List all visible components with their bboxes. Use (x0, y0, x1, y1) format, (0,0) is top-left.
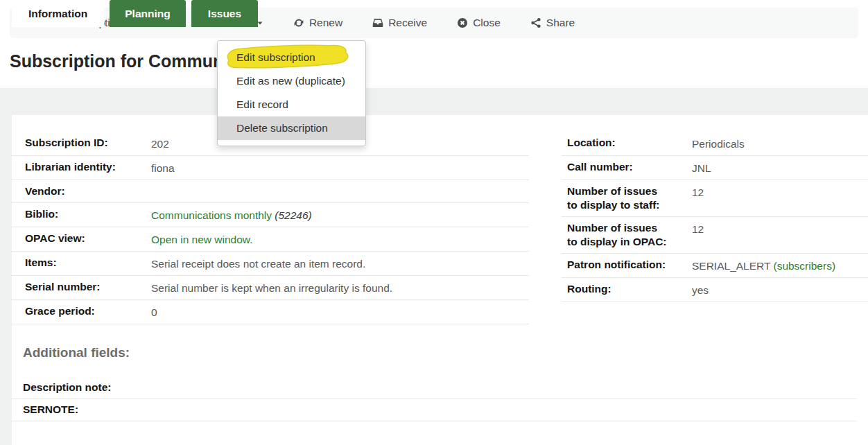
field-value (151, 184, 529, 186)
field-label: Subscription ID: (25, 136, 151, 150)
renew-label: Renew (309, 17, 342, 29)
row-librarian-identity: Librarian identity: fiona (11, 156, 529, 180)
field-label: Librarian identity: (25, 160, 151, 174)
row-serial-number: Serial number: Serial number is kept whe… (11, 276, 529, 300)
times-circle-icon (457, 17, 468, 28)
field-label: Patron notification: (567, 258, 668, 272)
menu-item-edit-record[interactable]: Edit record (218, 93, 365, 116)
field-value: Serial receipt does not create an item r… (151, 256, 529, 271)
field-label: OPAC view: (25, 232, 151, 245)
field-value: 0 (151, 304, 529, 320)
edit-dropdown-menu: Edit subscription Edit as new (duplicate… (217, 40, 366, 146)
row-sernote: SERNOTE: (11, 399, 857, 421)
row-issues-opac: Number of issues to display in OPAC: 12 (562, 217, 868, 254)
row-items: Items: Serial receipt does not create an… (11, 252, 529, 276)
field-label: Grace period: (25, 304, 151, 318)
subscription-details-left: Subscription ID: 202 Librarian identity:… (11, 132, 529, 324)
receive-button[interactable]: Receive (372, 17, 427, 29)
row-vendor: Vendor: (11, 180, 529, 203)
biblio-link[interactable]: Communications monthly (151, 209, 272, 221)
field-value: SERIAL_ALERT (subscribers) (692, 258, 868, 273)
renew-button[interactable]: Renew (293, 17, 342, 29)
subscription-details-right: Location: Periodicals Call number: JNL N… (562, 132, 868, 302)
additional-fields-heading: Additional fields: (11, 345, 857, 360)
field-label: Routing: (567, 282, 668, 296)
additional-fields-section: Additional fields: Description note: SER… (11, 345, 857, 421)
field-value: Communications monthly (52246) (151, 207, 529, 222)
menu-item-label: Delete subscription (236, 122, 328, 134)
tab-planning-label: Planning (125, 8, 170, 20)
field-value: Serial number is kept when an irregulari… (151, 280, 529, 295)
menu-item-edit-as-new[interactable]: Edit as new (duplicate) (218, 69, 365, 93)
field-label: Number of issues to display to staff: (567, 184, 668, 212)
field-label: Number of issues to display in OPAC: (567, 221, 668, 249)
share-icon (530, 17, 541, 28)
close-button[interactable]: Close (457, 17, 501, 29)
field-value: JNL (692, 160, 868, 175)
field-label: Serial number: (25, 280, 151, 294)
row-opac-view: OPAC view: Open in new window. (11, 227, 529, 252)
row-location: Location: Periodicals (562, 132, 868, 156)
share-label: Share (546, 17, 575, 29)
share-button[interactable]: Share (530, 17, 575, 29)
row-description-note: Description note: (11, 377, 857, 399)
menu-item-label: Edit subscription (236, 51, 315, 63)
menu-item-edit-subscription[interactable]: Edit subscription (218, 46, 365, 69)
menu-item-label: Edit as new (duplicate) (236, 75, 345, 87)
field-label: Location: (567, 136, 668, 150)
tab-bar (0, 88, 868, 115)
notification-code: SERIAL_ALERT (692, 260, 773, 272)
menu-item-delete-subscription[interactable]: Delete subscription (218, 116, 365, 140)
subscribers-link[interactable]: (subscribers) (773, 260, 835, 272)
field-value: 12 (692, 184, 868, 200)
field-value: yes (692, 282, 868, 297)
receive-label: Receive (388, 17, 427, 29)
row-issues-staff: Number of issues to display to staff: 12 (562, 180, 868, 217)
row-call-number: Call number: JNL (562, 156, 868, 180)
page-background-strip (0, 88, 12, 445)
tab-issues-label: Issues (208, 8, 241, 20)
opac-view-link[interactable]: Open in new window. (151, 234, 252, 245)
field-value: Open in new window. (151, 232, 529, 247)
field-label: Call number: (567, 160, 668, 174)
field-value: fiona (151, 160, 529, 175)
field-label: Items: (25, 256, 151, 270)
row-biblio: Biblio: Communications monthly (52246) (11, 203, 529, 227)
field-value: 12 (692, 221, 868, 236)
refresh-icon (293, 17, 304, 28)
close-label: Close (473, 17, 501, 29)
row-routing: Routing: yes (562, 278, 868, 302)
tab-planning[interactable]: Planning (110, 0, 186, 27)
tab-issues[interactable]: Issues (191, 0, 258, 27)
field-label: Biblio: (25, 207, 151, 221)
biblio-number: (52246) (272, 209, 312, 221)
tab-information-label: Information (28, 8, 87, 20)
row-grace-period: Grace period: 0 (11, 300, 529, 324)
menu-item-label: Edit record (236, 98, 288, 110)
field-value: Periodicals (692, 136, 868, 151)
tab-information[interactable]: Information (12, 0, 104, 27)
inbox-icon (372, 17, 383, 28)
row-patron-notification: Patron notification: SERIAL_ALERT (subsc… (562, 254, 868, 278)
field-label: Vendor: (25, 184, 151, 198)
